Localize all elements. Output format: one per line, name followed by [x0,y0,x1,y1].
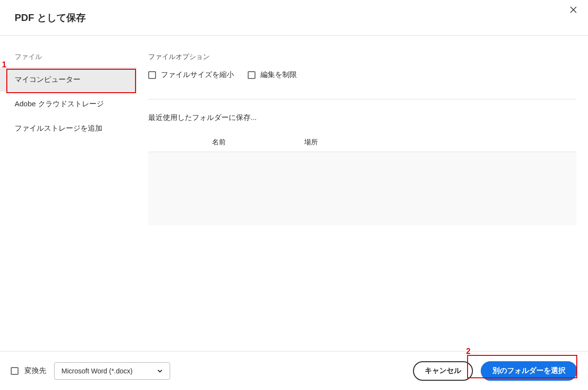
button-label: 別のフォルダーを選択 [492,366,566,375]
sidebar-item-mycomputer[interactable]: マイコンピューター [0,67,137,92]
dialog-title: PDF として保存 [15,11,86,24]
sidebar-item-adobecloud[interactable]: Adobe クラウドストレージ [0,92,137,116]
footer-left: 変換先 Microsoft Word (*.docx) [11,362,170,380]
close-button[interactable] [568,4,579,16]
checkbox-icon [248,71,255,79]
recent-folders-section: 最近使用したフォルダーに保存... 名前 場所 [148,99,576,225]
restrict-edit-option[interactable]: 編集を制限 [248,70,297,79]
column-location: 場所 [290,138,576,147]
sidebar-item-label: Adobe クラウドストレージ [15,99,104,109]
recent-folders-label: 最近使用したフォルダーに保存... [148,113,576,122]
file-options-label: ファイルオプション [148,53,576,61]
cancel-button[interactable]: キャンセル [413,361,473,381]
dialog-content: ファイル マイコンピューター Adobe クラウドストレージ ファイルストレージ… [0,36,588,351]
table-body [148,152,576,225]
sidebar-item-label: ファイルストレージを追加 [15,124,102,133]
close-icon [569,6,577,14]
sidebar-section-label: ファイル [0,53,137,67]
sidebar: ファイル マイコンピューター Adobe クラウドストレージ ファイルストレージ… [0,36,137,351]
dialog-footer: 変換先 Microsoft Word (*.docx) キャンセル 別のフォルダ… [0,351,588,390]
dialog-header: PDF として保存 [0,0,588,36]
sidebar-item-label: マイコンピューター [15,75,80,84]
main-panel: ファイルオプション ファイルサイズを縮小 編集を制限 最近使用したフォルダーに保… [137,36,588,351]
dropdown-value: Microsoft Word (*.docx) [61,367,133,375]
checkbox-icon [11,367,19,375]
checkbox-icon [148,71,156,79]
convert-format-dropdown[interactable]: Microsoft Word (*.docx) [54,362,170,380]
option-label: ファイルサイズを縮小 [161,70,234,79]
option-label: 編集を制限 [260,70,297,79]
sidebar-item-addstorage[interactable]: ファイルストレージを追加 [0,116,137,140]
convert-to-option[interactable]: 変換先 [11,366,46,375]
chevron-down-icon [157,368,163,374]
reduce-size-option[interactable]: ファイルサイズを縮小 [148,70,234,79]
file-options-row: ファイルサイズを縮小 編集を制限 [148,70,576,79]
convert-label: 変換先 [24,366,46,375]
table-header: 名前 場所 [148,133,576,152]
footer-right: キャンセル 別のフォルダーを選択 [413,361,577,381]
select-folder-button[interactable]: 別のフォルダーを選択 [481,361,577,381]
button-label: キャンセル [425,366,461,375]
column-name: 名前 [148,138,290,147]
